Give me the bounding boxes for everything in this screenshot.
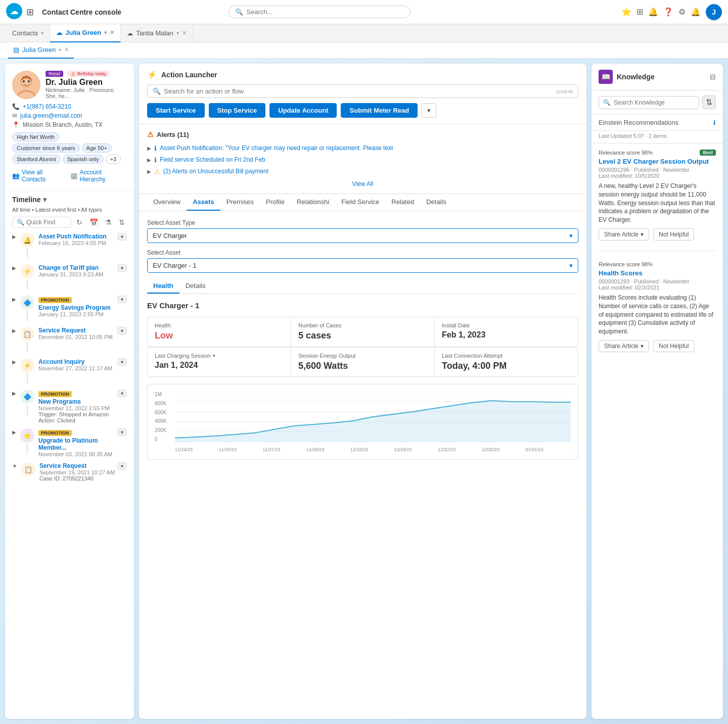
timeline-item-title[interactable]: Asset Push Notification — [38, 233, 127, 240]
sub-tab-chevron[interactable]: ▾ — [59, 47, 61, 53]
timeline-item-title[interactable]: New Programs — [38, 398, 127, 405]
timeline-item-expand-btn[interactable]: ▾ — [117, 390, 127, 397]
item-expand-chevron[interactable]: ▼ — [12, 462, 17, 469]
tab-overview[interactable]: Overview — [147, 194, 187, 211]
favorites-icon[interactable]: ⭐ — [621, 7, 631, 17]
health-tab-health[interactable]: Health — [147, 279, 179, 294]
item-expand-chevron[interactable]: ▶ — [12, 264, 16, 271]
tab-assets[interactable]: Assets — [187, 194, 220, 211]
sub-tab-julia[interactable]: ▤ Julia Green ▾ ✕ — [8, 42, 74, 59]
item-expand-chevron[interactable]: ▶ — [12, 390, 16, 396]
user-avatar[interactable]: J — [706, 4, 722, 20]
tab-profile[interactable]: Profile — [260, 194, 291, 211]
item-expand-chevron[interactable]: ▶ — [12, 358, 16, 365]
settings-icon[interactable]: ⚙ — [678, 7, 686, 17]
timeline-item-expand-btn[interactable]: ▾ — [117, 296, 127, 303]
timeline-item-title[interactable]: Service Request — [38, 327, 127, 334]
alert-chevron-1[interactable]: ▶ — [147, 144, 151, 151]
tab-relationships[interactable]: Relationshi — [291, 194, 335, 211]
update-account-button[interactable]: Update Account — [269, 103, 337, 118]
item-expand-chevron[interactable]: ▶ — [12, 327, 16, 333]
not-helpful-button-1[interactable]: Not Helpful — [653, 228, 694, 240]
timeline-item-expand-btn[interactable]: ▾ — [117, 233, 127, 240]
grid-icon[interactable]: ⊞ — [26, 7, 34, 18]
timeline-item-title[interactable]: Change of Tariff plan — [38, 264, 127, 271]
tab-tanita-malan[interactable]: ☁ Tanita Malan ▾ ✕ — [121, 24, 193, 42]
item-expand-chevron[interactable]: ▶ — [12, 296, 16, 302]
alert-chevron-2[interactable]: ▶ — [147, 156, 151, 163]
alert-chevron-3[interactable]: ▶ — [147, 168, 151, 174]
tab-field-service[interactable]: Field Service — [335, 194, 385, 211]
item-expand-chevron[interactable]: ▶ — [12, 428, 16, 435]
x-label-8: 01/01/24 — [526, 447, 543, 452]
knowledge-sort-button[interactable]: ⇅ — [702, 95, 716, 109]
start-service-button[interactable]: Start Service — [147, 103, 205, 118]
x-label-4: 12/10/23 — [350, 447, 368, 452]
tag-more[interactable]: +3 — [106, 155, 121, 164]
share-article-button-1[interactable]: Share Article ▾ — [599, 228, 649, 240]
tab-contacts[interactable]: Contacts ▾ — [6, 24, 50, 42]
knowledge-search-input[interactable] — [614, 99, 695, 106]
timeline-item-expand-btn[interactable]: ▾ — [117, 327, 127, 334]
knowledge-expand-button[interactable]: ⊟ — [710, 73, 716, 81]
share-label-1: Share Article — [604, 231, 639, 238]
timeline-sort-icon[interactable]: ⇅ — [117, 217, 127, 227]
timeline-chevron-icon[interactable]: ▾ — [43, 196, 47, 204]
timeline-item-expand-btn[interactable]: ▾ — [117, 358, 127, 366]
search-input[interactable] — [246, 8, 404, 16]
tab-julia-close[interactable]: ✕ — [110, 29, 114, 36]
item-expand-chevron[interactable]: ▶ — [12, 233, 16, 239]
tab-details[interactable]: Details — [420, 194, 452, 211]
submit-meter-read-button[interactable]: Submit Meter Read — [341, 103, 418, 118]
action-search-box[interactable]: 🔍 cmd+k — [147, 84, 578, 98]
apps-icon[interactable]: ⊞ — [636, 7, 643, 17]
tab-premises[interactable]: Premises — [220, 194, 260, 211]
contact-phone[interactable]: 📞 +1(987) 654-3210 — [12, 103, 127, 110]
timeline-refresh-icon[interactable]: ↻ — [74, 217, 84, 227]
timeline-item-expand-btn[interactable]: ▾ — [117, 264, 127, 272]
health-tab-details[interactable]: Details — [179, 279, 212, 294]
tab-tanita-chevron[interactable]: ▾ — [176, 30, 179, 36]
tab-julia-green[interactable]: ☁ Julia Green ▾ ✕ — [50, 24, 121, 42]
more-actions-button[interactable]: ▾ — [422, 103, 436, 118]
view-all-contacts-link[interactable]: 👥 View all Contacts — [12, 169, 66, 183]
account-hierarchy-link[interactable]: 🏢 Account Hierarchy — [70, 169, 127, 183]
share-article-button-2[interactable]: Share Article ▾ — [599, 340, 649, 352]
timeline-search-input[interactable] — [26, 219, 67, 226]
alert-item-1[interactable]: ▶ ℹ Asset Push Notification: "Your EV ch… — [147, 142, 578, 154]
notifications-icon[interactable]: 🔔 — [648, 7, 658, 17]
tab-julia-chevron[interactable]: ▾ — [104, 30, 107, 35]
timeline-search-box[interactable]: 🔍 — [12, 217, 71, 228]
y-label-1m: 1M — [155, 392, 175, 397]
help-icon[interactable]: ❓ — [663, 7, 673, 17]
timeline-item-expand-btn[interactable]: ▾ — [117, 462, 127, 470]
article-title-2[interactable]: Health Scores — [599, 269, 716, 277]
contact-email[interactable]: ✉ julia.green@email.com — [12, 112, 127, 119]
alert-item-3[interactable]: ▶ ⚠ (2) Alerts on Unsuccessful Bill paym… — [147, 166, 578, 177]
stop-service-button[interactable]: Stop Service — [209, 103, 266, 118]
tab-tanita-close[interactable]: ✕ — [182, 30, 187, 36]
not-helpful-button-2[interactable]: Not Helpful — [653, 340, 694, 352]
sub-tab-close[interactable]: ✕ — [64, 46, 69, 53]
timeline-item-title[interactable]: Account Inquiry — [38, 358, 127, 365]
knowledge-search-box[interactable]: 🔍 — [599, 96, 699, 109]
view-all-alerts[interactable]: View All — [147, 180, 578, 187]
timeline-item-title[interactable]: Upgrade to Platinum Member... — [38, 437, 127, 451]
timeline-item-expand-btn[interactable]: ▾ — [117, 428, 127, 436]
alerts-bell-icon[interactable]: 🔔 — [691, 7, 701, 17]
timeline-filter-icon[interactable]: ⚗ — [103, 217, 114, 227]
tab-contacts-chevron[interactable]: ▾ — [41, 30, 43, 36]
select-asset-type-dropdown[interactable]: EV Charger ▾ — [147, 228, 578, 243]
tab-related[interactable]: Related — [385, 194, 420, 211]
article-title-1[interactable]: Level 2 EV Charger Session Output — [599, 158, 716, 165]
timeline-item-title[interactable]: Service Request — [39, 462, 127, 469]
salesforce-logo[interactable]: ☁ — [6, 3, 22, 21]
action-search-input[interactable] — [164, 87, 553, 95]
timeline-calendar-icon[interactable]: 📅 — [87, 217, 100, 227]
last-charging-chevron[interactable]: ▾ — [213, 353, 215, 358]
alert-item-2[interactable]: ▶ ℹ Field service Scheduled on Fri 2nd F… — [147, 154, 578, 166]
global-search[interactable]: 🔍 — [229, 6, 411, 18]
einstein-info-icon[interactable]: ℹ — [713, 119, 716, 126]
select-asset-dropdown[interactable]: EV Charger - 1 ▾ — [147, 258, 578, 273]
timeline-item-title[interactable]: Energy Savings Program — [38, 304, 127, 311]
